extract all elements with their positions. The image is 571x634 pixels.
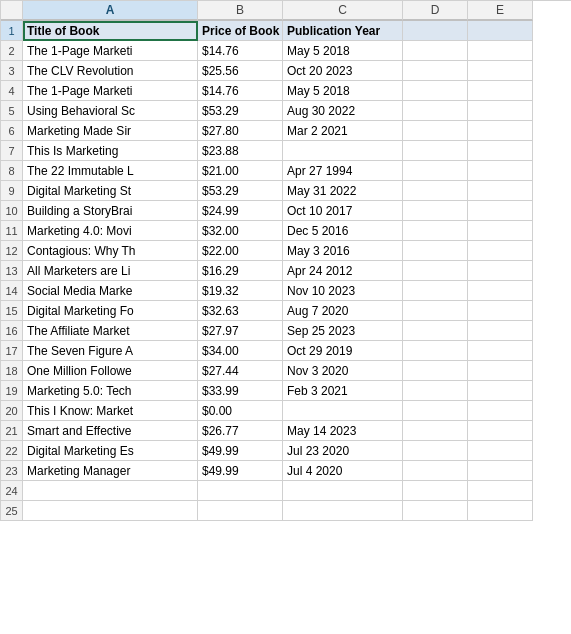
cell-e8[interactable] xyxy=(468,161,533,181)
cell-c6[interactable]: Mar 2 2021 xyxy=(283,121,403,141)
cell-b22[interactable]: $49.99 xyxy=(198,441,283,461)
cell-e9[interactable] xyxy=(468,181,533,201)
cell-b25[interactable] xyxy=(198,501,283,521)
cell-b11[interactable]: $32.00 xyxy=(198,221,283,241)
col-header-e[interactable]: E xyxy=(468,1,533,21)
cell-a21[interactable]: Smart and Effective xyxy=(23,421,198,441)
cell-b6[interactable]: $27.80 xyxy=(198,121,283,141)
cell-b19[interactable]: $33.99 xyxy=(198,381,283,401)
cell-d5[interactable] xyxy=(403,101,468,121)
cell-e18[interactable] xyxy=(468,361,533,381)
cell-b23[interactable]: $49.99 xyxy=(198,461,283,481)
cell-d9[interactable] xyxy=(403,181,468,201)
cell-b5[interactable]: $53.29 xyxy=(198,101,283,121)
cell-b2[interactable]: $14.76 xyxy=(198,41,283,61)
cell-b17[interactable]: $34.00 xyxy=(198,341,283,361)
cell-e7[interactable] xyxy=(468,141,533,161)
cell-d10[interactable] xyxy=(403,201,468,221)
cell-a17[interactable]: The Seven Figure A xyxy=(23,341,198,361)
cell-d14[interactable] xyxy=(403,281,468,301)
cell-b12[interactable]: $22.00 xyxy=(198,241,283,261)
cell-d8[interactable] xyxy=(403,161,468,181)
col-header-d[interactable]: D xyxy=(403,1,468,21)
cell-c15[interactable]: Aug 7 2020 xyxy=(283,301,403,321)
cell-a19[interactable]: Marketing 5.0: Tech xyxy=(23,381,198,401)
cell-a20[interactable]: This I Know: Market xyxy=(23,401,198,421)
cell-c5[interactable]: Aug 30 2022 xyxy=(283,101,403,121)
cell-d25[interactable] xyxy=(403,501,468,521)
cell-a12[interactable]: Contagious: Why Th xyxy=(23,241,198,261)
cell-c19[interactable]: Feb 3 2021 xyxy=(283,381,403,401)
cell-b10[interactable]: $24.99 xyxy=(198,201,283,221)
cell-a1[interactable]: Title of Book xyxy=(23,21,198,41)
cell-c13[interactable]: Apr 24 2012 xyxy=(283,261,403,281)
cell-c12[interactable]: May 3 2016 xyxy=(283,241,403,261)
cell-d17[interactable] xyxy=(403,341,468,361)
cell-a23[interactable]: Marketing Manager xyxy=(23,461,198,481)
cell-e6[interactable] xyxy=(468,121,533,141)
cell-c14[interactable]: Nov 10 2023 xyxy=(283,281,403,301)
cell-a22[interactable]: Digital Marketing Es xyxy=(23,441,198,461)
cell-d2[interactable] xyxy=(403,41,468,61)
cell-d22[interactable] xyxy=(403,441,468,461)
cell-e21[interactable] xyxy=(468,421,533,441)
cell-e15[interactable] xyxy=(468,301,533,321)
cell-c10[interactable]: Oct 10 2017 xyxy=(283,201,403,221)
col-header-c[interactable]: C xyxy=(283,1,403,21)
cell-a14[interactable]: Social Media Marke xyxy=(23,281,198,301)
cell-a11[interactable]: Marketing 4.0: Movi xyxy=(23,221,198,241)
cell-a25[interactable] xyxy=(23,501,198,521)
cell-b20[interactable]: $0.00 xyxy=(198,401,283,421)
col-header-a[interactable]: A xyxy=(23,1,198,21)
cell-c3[interactable]: Oct 20 2023 xyxy=(283,61,403,81)
cell-e17[interactable] xyxy=(468,341,533,361)
cell-d16[interactable] xyxy=(403,321,468,341)
cell-d13[interactable] xyxy=(403,261,468,281)
cell-a10[interactable]: Building a StoryBrai xyxy=(23,201,198,221)
cell-e3[interactable] xyxy=(468,61,533,81)
cell-c4[interactable]: May 5 2018 xyxy=(283,81,403,101)
cell-b15[interactable]: $32.63 xyxy=(198,301,283,321)
cell-a4[interactable]: The 1-Page Marketi xyxy=(23,81,198,101)
cell-a2[interactable]: The 1-Page Marketi xyxy=(23,41,198,61)
cell-d4[interactable] xyxy=(403,81,468,101)
cell-e23[interactable] xyxy=(468,461,533,481)
cell-d20[interactable] xyxy=(403,401,468,421)
cell-c20[interactable] xyxy=(283,401,403,421)
cell-a8[interactable]: The 22 Immutable L xyxy=(23,161,198,181)
cell-a15[interactable]: Digital Marketing Fo xyxy=(23,301,198,321)
cell-d19[interactable] xyxy=(403,381,468,401)
cell-c17[interactable]: Oct 29 2019 xyxy=(283,341,403,361)
cell-e5[interactable] xyxy=(468,101,533,121)
cell-d18[interactable] xyxy=(403,361,468,381)
cell-a5[interactable]: Using Behavioral Sc xyxy=(23,101,198,121)
cell-a16[interactable]: The Affiliate Market xyxy=(23,321,198,341)
cell-d23[interactable] xyxy=(403,461,468,481)
cell-d3[interactable] xyxy=(403,61,468,81)
cell-b18[interactable]: $27.44 xyxy=(198,361,283,381)
cell-b14[interactable]: $19.32 xyxy=(198,281,283,301)
cell-a9[interactable]: Digital Marketing St xyxy=(23,181,198,201)
cell-b8[interactable]: $21.00 xyxy=(198,161,283,181)
cell-a7[interactable]: This Is Marketing xyxy=(23,141,198,161)
cell-c11[interactable]: Dec 5 2016 xyxy=(283,221,403,241)
cell-c22[interactable]: Jul 23 2020 xyxy=(283,441,403,461)
cell-b9[interactable]: $53.29 xyxy=(198,181,283,201)
cell-c25[interactable] xyxy=(283,501,403,521)
cell-e22[interactable] xyxy=(468,441,533,461)
cell-c24[interactable] xyxy=(283,481,403,501)
cell-e20[interactable] xyxy=(468,401,533,421)
cell-c23[interactable]: Jul 4 2020 xyxy=(283,461,403,481)
cell-e13[interactable] xyxy=(468,261,533,281)
cell-e12[interactable] xyxy=(468,241,533,261)
cell-c9[interactable]: May 31 2022 xyxy=(283,181,403,201)
cell-d24[interactable] xyxy=(403,481,468,501)
cell-c2[interactable]: May 5 2018 xyxy=(283,41,403,61)
cell-b24[interactable] xyxy=(198,481,283,501)
cell-e2[interactable] xyxy=(468,41,533,61)
cell-a6[interactable]: Marketing Made Sir xyxy=(23,121,198,141)
cell-c16[interactable]: Sep 25 2023 xyxy=(283,321,403,341)
cell-e4[interactable] xyxy=(468,81,533,101)
cell-e14[interactable] xyxy=(468,281,533,301)
cell-e24[interactable] xyxy=(468,481,533,501)
